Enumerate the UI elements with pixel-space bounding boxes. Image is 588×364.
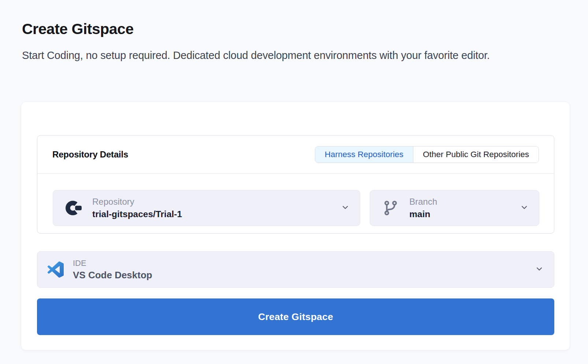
tab-other-public-git-repositories[interactable]: Other Public Git Repositories	[413, 146, 539, 163]
page-subtitle: Start Coding, no setup required. Dedicat…	[22, 48, 553, 63]
repository-branch-row: Repository trial-gitspaces/Trial-1	[53, 190, 539, 226]
create-gitspace-button[interactable]: Create Gitspace	[37, 298, 554, 335]
branch-value: main	[409, 209, 437, 219]
repository-value: trial-gitspaces/Trial-1	[92, 209, 182, 219]
branch-label: Branch	[409, 197, 437, 207]
repository-label: Repository	[92, 197, 182, 207]
repository-select[interactable]: Repository trial-gitspaces/Trial-1	[53, 190, 360, 226]
git-branch-icon	[382, 200, 399, 216]
repository-field-texts: Repository trial-gitspaces/Trial-1	[92, 197, 182, 219]
harness-code-icon	[65, 200, 82, 216]
chevron-down-icon	[341, 203, 350, 213]
branch-field-texts: Branch main	[409, 197, 437, 219]
ide-field-texts: IDE VS Code Desktop	[73, 259, 152, 281]
ide-label: IDE	[73, 259, 152, 268]
repository-details-section: Repository Details Harness Repositories …	[37, 135, 554, 234]
gitspace-form-card: Repository Details Harness Repositories …	[21, 101, 570, 350]
vscode-icon	[48, 261, 64, 278]
tab-label: Other Public Git Repositories	[423, 150, 529, 159]
ide-select[interactable]: IDE VS Code Desktop	[37, 251, 554, 288]
chevron-down-icon	[535, 264, 544, 275]
ide-value: VS Code Desktop	[73, 270, 152, 281]
chevron-down-icon	[520, 203, 529, 213]
create-gitspace-page: Create Gitspace Start Coding, no setup r…	[0, 0, 588, 364]
repository-details-header: Repository Details Harness Repositories …	[37, 135, 554, 174]
page-title: Create Gitspace	[22, 21, 134, 38]
section-heading: Repository Details	[52, 149, 128, 160]
repo-source-toggle: Harness Repositories Other Public Git Re…	[315, 146, 539, 163]
tab-label: Harness Repositories	[325, 150, 403, 159]
tab-harness-repositories[interactable]: Harness Repositories	[315, 146, 413, 163]
branch-select[interactable]: Branch main	[370, 190, 539, 226]
